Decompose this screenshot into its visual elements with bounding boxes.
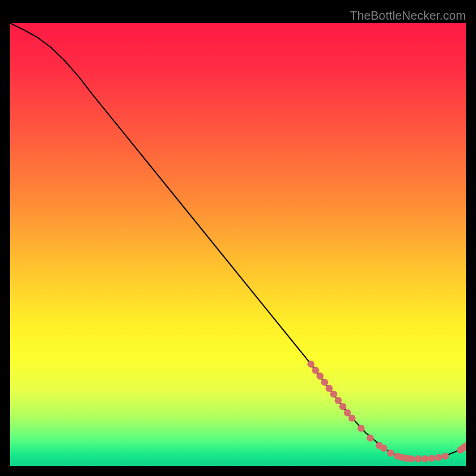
data-point: [380, 444, 387, 452]
data-point: [428, 455, 436, 462]
data-point: [335, 397, 342, 404]
watermark-text: TheBottleNecker.com: [350, 9, 466, 23]
data-point: [421, 455, 428, 462]
data-point: [330, 390, 337, 397]
data-point: [339, 403, 346, 410]
gradient-background: [10, 23, 466, 466]
data-point: [442, 453, 449, 460]
data-point: [415, 455, 422, 462]
data-point: [321, 378, 328, 386]
data-point: [317, 372, 324, 380]
data-point: [435, 454, 442, 461]
chart-frame: TheBottleNecker.com: [10, 10, 466, 466]
data-point: [358, 425, 365, 432]
data-point: [387, 449, 394, 456]
data-point: [349, 415, 356, 422]
plot-area: [10, 23, 466, 466]
bottleneck-chart: [10, 23, 466, 466]
data-point: [367, 434, 374, 441]
data-point: [308, 361, 315, 368]
data-point: [325, 385, 333, 392]
data-point: [408, 455, 415, 462]
data-point: [312, 367, 319, 374]
